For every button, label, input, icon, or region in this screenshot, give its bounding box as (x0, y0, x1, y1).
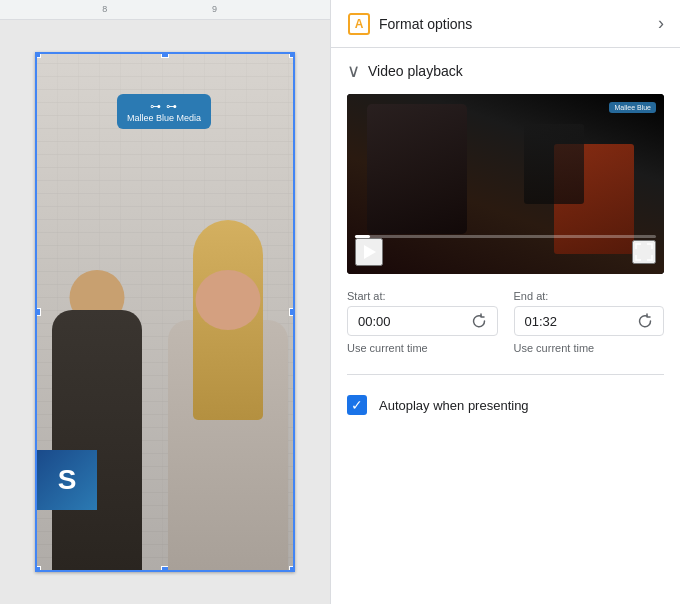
handle-bottom-right[interactable] (289, 566, 295, 572)
autoplay-checkbox[interactable]: ✓ (347, 395, 367, 415)
handle-top-mid[interactable] (161, 52, 169, 58)
handle-bottom-left[interactable] (35, 566, 41, 572)
person-right (168, 220, 288, 570)
slide-panel: 8 9 (0, 0, 330, 604)
start-use-current-group: Use current time (347, 340, 498, 362)
bottom-logo: S (37, 450, 97, 510)
panel-chevron-icon[interactable]: › (658, 13, 664, 34)
play-button[interactable] (355, 238, 383, 266)
autoplay-label: Autoplay when presenting (379, 398, 529, 413)
format-options-icon: A (347, 12, 371, 36)
logo-overlay: ⊶ ⊶ Mallee Blue Media (117, 94, 211, 129)
handle-top-right[interactable] (289, 52, 295, 58)
end-at-label: End at: (514, 290, 665, 302)
handle-mid-right[interactable] (289, 308, 295, 316)
slide-frame[interactable]: ⊶ ⊶ Mallee Blue Media S (35, 52, 295, 572)
svg-marker-2 (364, 245, 376, 259)
end-use-current-time[interactable]: Use current time (514, 340, 665, 362)
panel-header: A Format options › (331, 0, 680, 48)
video-preview[interactable]: Mallee Blue (347, 94, 664, 274)
start-at-label: Start at: (347, 290, 498, 302)
use-current-time-row: Use current time Use current time (331, 340, 680, 362)
video-logo-text: Mallee Blue (614, 104, 651, 111)
svg-text:A: A (355, 17, 364, 31)
ruler-marks: 8 9 (8, 0, 322, 19)
slide-area: ⊶ ⊶ Mallee Blue Media S (0, 20, 330, 604)
section-divider (347, 374, 664, 375)
logo-text: Mallee Blue Media (127, 113, 201, 123)
end-at-group: End at: (514, 290, 665, 336)
time-controls-row: Start at: End at: (331, 290, 680, 336)
slide-image: ⊶ ⊶ Mallee Blue Media S (37, 54, 293, 570)
start-use-current-time[interactable]: Use current time (347, 340, 498, 362)
vid-dark-shape3 (524, 124, 584, 204)
video-overlay-logo: Mallee Blue (609, 102, 656, 113)
ruler: 8 9 (0, 0, 330, 20)
end-at-input-wrap (514, 306, 665, 336)
reset-icon-2 (637, 313, 653, 329)
fullscreen-icon (635, 243, 653, 261)
vid-dark-shape1 (367, 104, 467, 234)
autoplay-row: ✓ Autoplay when presenting (331, 383, 680, 427)
end-use-current-group: Use current time (514, 340, 665, 362)
video-controls (355, 238, 656, 266)
reset-icon (471, 313, 487, 329)
end-at-reset-button[interactable] (637, 313, 653, 329)
video-playback-title: Video playback (368, 63, 463, 79)
logo-icon-row: ⊶ ⊶ (150, 100, 178, 113)
panel-title: Format options (379, 16, 658, 32)
start-at-reset-button[interactable] (471, 313, 487, 329)
play-icon (359, 242, 379, 262)
fullscreen-button[interactable] (632, 240, 656, 264)
ruler-mark-9: 9 (212, 4, 217, 14)
format-options-panel: A Format options › ∨ Video playback Mall… (330, 0, 680, 604)
ruler-mark-8: 8 (102, 4, 107, 14)
slide-background: ⊶ ⊶ Mallee Blue Media S (37, 54, 293, 570)
person-left (52, 270, 142, 570)
video-playback-section-header[interactable]: ∨ Video playback (331, 48, 680, 94)
handle-top-left[interactable] (35, 52, 41, 58)
start-at-input[interactable] (358, 314, 471, 329)
start-at-input-wrap (347, 306, 498, 336)
bottom-letter: S (58, 464, 77, 496)
checkmark-icon: ✓ (351, 397, 363, 413)
handle-mid-left[interactable] (35, 308, 41, 316)
end-at-input[interactable] (525, 314, 638, 329)
start-at-group: Start at: (347, 290, 498, 336)
section-collapse-icon: ∨ (347, 60, 360, 82)
